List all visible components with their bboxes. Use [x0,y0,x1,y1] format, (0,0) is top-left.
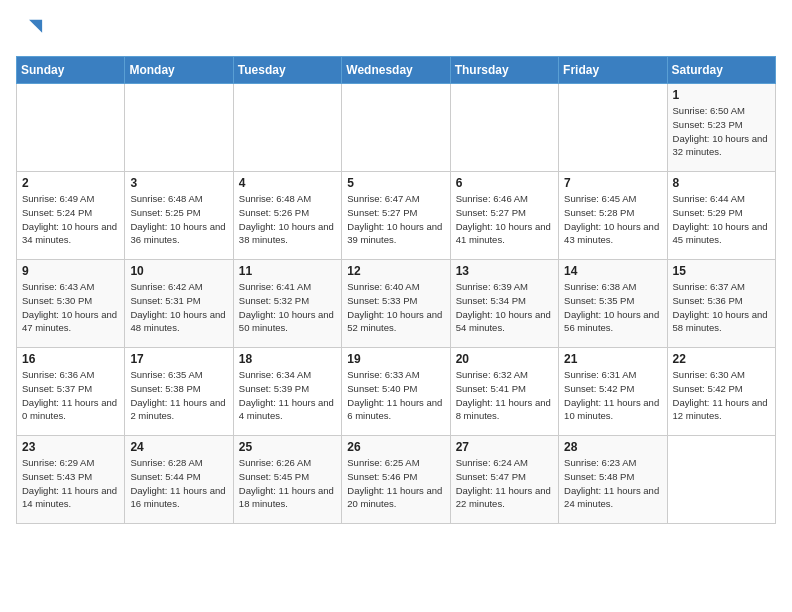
day-number: 11 [239,264,336,278]
day-info: Sunrise: 6:38 AM Sunset: 5:35 PM Dayligh… [564,280,661,335]
day-number: 26 [347,440,444,454]
day-info: Sunrise: 6:23 AM Sunset: 5:48 PM Dayligh… [564,456,661,511]
day-info: Sunrise: 6:44 AM Sunset: 5:29 PM Dayligh… [673,192,770,247]
day-info: Sunrise: 6:30 AM Sunset: 5:42 PM Dayligh… [673,368,770,423]
day-number: 8 [673,176,770,190]
day-cell [450,84,558,172]
day-cell: 7Sunrise: 6:45 AM Sunset: 5:28 PM Daylig… [559,172,667,260]
day-info: Sunrise: 6:45 AM Sunset: 5:28 PM Dayligh… [564,192,661,247]
day-number: 16 [22,352,119,366]
day-number: 22 [673,352,770,366]
day-cell: 26Sunrise: 6:25 AM Sunset: 5:46 PM Dayli… [342,436,450,524]
day-info: Sunrise: 6:43 AM Sunset: 5:30 PM Dayligh… [22,280,119,335]
day-cell: 16Sunrise: 6:36 AM Sunset: 5:37 PM Dayli… [17,348,125,436]
day-number: 14 [564,264,661,278]
day-number: 12 [347,264,444,278]
day-number: 19 [347,352,444,366]
day-cell: 21Sunrise: 6:31 AM Sunset: 5:42 PM Dayli… [559,348,667,436]
header-cell-wednesday: Wednesday [342,57,450,84]
day-number: 24 [130,440,227,454]
day-number: 15 [673,264,770,278]
day-info: Sunrise: 6:26 AM Sunset: 5:45 PM Dayligh… [239,456,336,511]
day-cell: 2Sunrise: 6:49 AM Sunset: 5:24 PM Daylig… [17,172,125,260]
day-number: 17 [130,352,227,366]
header-cell-sunday: Sunday [17,57,125,84]
day-cell: 8Sunrise: 6:44 AM Sunset: 5:29 PM Daylig… [667,172,775,260]
day-cell [125,84,233,172]
day-number: 1 [673,88,770,102]
logo [16,16,48,44]
day-info: Sunrise: 6:34 AM Sunset: 5:39 PM Dayligh… [239,368,336,423]
svg-marker-0 [29,20,42,33]
day-number: 20 [456,352,553,366]
day-cell: 20Sunrise: 6:32 AM Sunset: 5:41 PM Dayli… [450,348,558,436]
day-cell: 6Sunrise: 6:46 AM Sunset: 5:27 PM Daylig… [450,172,558,260]
day-cell: 11Sunrise: 6:41 AM Sunset: 5:32 PM Dayli… [233,260,341,348]
day-info: Sunrise: 6:24 AM Sunset: 5:47 PM Dayligh… [456,456,553,511]
day-cell: 14Sunrise: 6:38 AM Sunset: 5:35 PM Dayli… [559,260,667,348]
day-cell: 22Sunrise: 6:30 AM Sunset: 5:42 PM Dayli… [667,348,775,436]
week-row-4: 23Sunrise: 6:29 AM Sunset: 5:43 PM Dayli… [17,436,776,524]
logo-icon [16,16,44,44]
day-info: Sunrise: 6:40 AM Sunset: 5:33 PM Dayligh… [347,280,444,335]
day-cell [233,84,341,172]
day-info: Sunrise: 6:31 AM Sunset: 5:42 PM Dayligh… [564,368,661,423]
day-cell: 9Sunrise: 6:43 AM Sunset: 5:30 PM Daylig… [17,260,125,348]
day-cell: 18Sunrise: 6:34 AM Sunset: 5:39 PM Dayli… [233,348,341,436]
day-number: 18 [239,352,336,366]
day-number: 5 [347,176,444,190]
day-info: Sunrise: 6:37 AM Sunset: 5:36 PM Dayligh… [673,280,770,335]
day-number: 13 [456,264,553,278]
day-number: 27 [456,440,553,454]
week-row-2: 9Sunrise: 6:43 AM Sunset: 5:30 PM Daylig… [17,260,776,348]
day-cell: 28Sunrise: 6:23 AM Sunset: 5:48 PM Dayli… [559,436,667,524]
day-cell [342,84,450,172]
day-number: 10 [130,264,227,278]
header-cell-tuesday: Tuesday [233,57,341,84]
day-cell: 27Sunrise: 6:24 AM Sunset: 5:47 PM Dayli… [450,436,558,524]
day-number: 3 [130,176,227,190]
day-info: Sunrise: 6:25 AM Sunset: 5:46 PM Dayligh… [347,456,444,511]
day-cell [667,436,775,524]
day-info: Sunrise: 6:48 AM Sunset: 5:25 PM Dayligh… [130,192,227,247]
day-cell [17,84,125,172]
header-row: SundayMondayTuesdayWednesdayThursdayFrid… [17,57,776,84]
day-info: Sunrise: 6:36 AM Sunset: 5:37 PM Dayligh… [22,368,119,423]
day-cell: 17Sunrise: 6:35 AM Sunset: 5:38 PM Dayli… [125,348,233,436]
header-cell-thursday: Thursday [450,57,558,84]
header-cell-friday: Friday [559,57,667,84]
day-cell: 13Sunrise: 6:39 AM Sunset: 5:34 PM Dayli… [450,260,558,348]
day-number: 28 [564,440,661,454]
day-info: Sunrise: 6:46 AM Sunset: 5:27 PM Dayligh… [456,192,553,247]
day-cell: 24Sunrise: 6:28 AM Sunset: 5:44 PM Dayli… [125,436,233,524]
day-info: Sunrise: 6:50 AM Sunset: 5:23 PM Dayligh… [673,104,770,159]
day-cell: 10Sunrise: 6:42 AM Sunset: 5:31 PM Dayli… [125,260,233,348]
page-header [16,16,776,44]
day-cell: 12Sunrise: 6:40 AM Sunset: 5:33 PM Dayli… [342,260,450,348]
day-cell: 3Sunrise: 6:48 AM Sunset: 5:25 PM Daylig… [125,172,233,260]
day-info: Sunrise: 6:35 AM Sunset: 5:38 PM Dayligh… [130,368,227,423]
day-info: Sunrise: 6:42 AM Sunset: 5:31 PM Dayligh… [130,280,227,335]
day-info: Sunrise: 6:49 AM Sunset: 5:24 PM Dayligh… [22,192,119,247]
header-cell-saturday: Saturday [667,57,775,84]
day-number: 21 [564,352,661,366]
calendar-body: 1Sunrise: 6:50 AM Sunset: 5:23 PM Daylig… [17,84,776,524]
day-info: Sunrise: 6:48 AM Sunset: 5:26 PM Dayligh… [239,192,336,247]
day-info: Sunrise: 6:47 AM Sunset: 5:27 PM Dayligh… [347,192,444,247]
day-number: 2 [22,176,119,190]
week-row-0: 1Sunrise: 6:50 AM Sunset: 5:23 PM Daylig… [17,84,776,172]
day-number: 9 [22,264,119,278]
day-info: Sunrise: 6:39 AM Sunset: 5:34 PM Dayligh… [456,280,553,335]
day-info: Sunrise: 6:41 AM Sunset: 5:32 PM Dayligh… [239,280,336,335]
day-cell: 15Sunrise: 6:37 AM Sunset: 5:36 PM Dayli… [667,260,775,348]
calendar-table: SundayMondayTuesdayWednesdayThursdayFrid… [16,56,776,524]
day-number: 23 [22,440,119,454]
day-number: 7 [564,176,661,190]
header-cell-monday: Monday [125,57,233,84]
day-cell: 4Sunrise: 6:48 AM Sunset: 5:26 PM Daylig… [233,172,341,260]
day-info: Sunrise: 6:29 AM Sunset: 5:43 PM Dayligh… [22,456,119,511]
day-number: 4 [239,176,336,190]
day-info: Sunrise: 6:28 AM Sunset: 5:44 PM Dayligh… [130,456,227,511]
day-number: 6 [456,176,553,190]
day-info: Sunrise: 6:33 AM Sunset: 5:40 PM Dayligh… [347,368,444,423]
